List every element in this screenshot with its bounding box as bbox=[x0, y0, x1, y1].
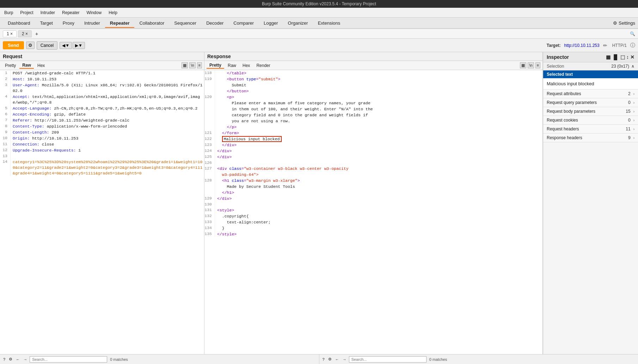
request-search-input[interactable] bbox=[30, 356, 107, 363]
req-gear-icon[interactable]: ⚙ bbox=[8, 357, 13, 362]
tab-sequencer[interactable]: Sequencer bbox=[169, 19, 201, 28]
resp-line-119c: </button> bbox=[204, 88, 542, 94]
menu-help[interactable]: Help bbox=[107, 10, 119, 16]
request-panel-icons: ▦ \n ≡ bbox=[182, 62, 202, 68]
tab-repeater[interactable]: Repeater bbox=[105, 19, 135, 28]
req-line-7: 7 Referer: http://10.10.11.253/weighted-… bbox=[0, 117, 204, 123]
inspector-icon-3[interactable]: ⬚ bbox=[620, 54, 625, 60]
target-label: Target: bbox=[547, 43, 561, 48]
menu-window[interactable]: Window bbox=[85, 10, 103, 16]
inspector-icon-4[interactable]: ↕ bbox=[626, 54, 629, 60]
tab-intruder[interactable]: Intruder bbox=[79, 19, 105, 28]
resp-line-135: 135 </style> bbox=[204, 231, 542, 237]
edit-target-icon[interactable]: ✏ bbox=[603, 43, 607, 48]
resp-icon-wrap[interactable]: \n bbox=[528, 62, 534, 68]
resp-icon-pretty[interactable]: ▦ bbox=[520, 62, 526, 68]
bottom-bars: ? ⚙ ← → 0 matches ? ⚙ ← → 0 matches bbox=[0, 354, 638, 364]
inspector-row-cookies[interactable]: Request cookies 0 › bbox=[543, 116, 638, 125]
tab-comparer[interactable]: Comparer bbox=[228, 19, 259, 28]
inspector-icon-2[interactable]: ▐▌ bbox=[612, 54, 619, 60]
req-tab-hex[interactable]: Hex bbox=[35, 63, 48, 68]
req-line-12: 12 Upgrade-Insecure-Requests: 1 bbox=[0, 147, 204, 153]
req-tab-pretty[interactable]: Pretty bbox=[2, 63, 19, 68]
tab-extensions[interactable]: Extensions bbox=[313, 19, 345, 28]
resp-line-122: 122 Malicious input blocked bbox=[204, 136, 542, 142]
response-search-input[interactable] bbox=[349, 356, 427, 363]
resp-next-icon[interactable]: → bbox=[342, 357, 348, 362]
req-line-10: 10 Origin: http://10.10.11.253 bbox=[0, 135, 204, 141]
title-text: Burp Suite Community Edition v2023.5.4 -… bbox=[262, 1, 376, 6]
send-button[interactable]: Send bbox=[3, 41, 24, 49]
menu-repeater[interactable]: Repeater bbox=[61, 10, 81, 16]
inspector-icon-1[interactable]: ▦ bbox=[606, 54, 611, 60]
req-cookies-label: Request cookies bbox=[547, 118, 628, 123]
nav-arrows: ◀▼ ▶▼ bbox=[60, 42, 85, 49]
resp-line-131: 131 <style> bbox=[204, 207, 542, 213]
resp-tab-raw[interactable]: Raw bbox=[225, 63, 239, 68]
inspector-row-query-params[interactable]: Request query parameters 0 › bbox=[543, 98, 638, 107]
request-panel-tabs: Pretty Raw Hex ▦ \n ≡ bbox=[0, 61, 204, 70]
req-line-2: 2 Host: 10.10.11.253 bbox=[0, 76, 204, 82]
title-bar: Burp Suite Community Edition v2023.5.4 -… bbox=[0, 0, 638, 8]
inspector-row-resp-headers[interactable]: Response headers 9 › bbox=[543, 134, 638, 142]
response-match-count: 0 matches bbox=[429, 357, 447, 362]
menu-burp[interactable]: Burp bbox=[3, 10, 14, 16]
inspector-title: Inspector bbox=[547, 54, 569, 60]
req-next-icon[interactable]: → bbox=[22, 357, 28, 362]
req-line-3: 3 User-Agent: Mozilla/5.0 (X11; Linux x8… bbox=[0, 82, 204, 94]
req-headers-count: 11 bbox=[626, 127, 630, 131]
sub-tab-1[interactable]: 1 × bbox=[3, 30, 17, 37]
request-title: Request bbox=[3, 54, 22, 59]
resp-line-129: 129 </div> bbox=[204, 196, 542, 202]
tab-proxy[interactable]: Proxy bbox=[58, 19, 79, 28]
tab-decoder[interactable]: Decoder bbox=[201, 19, 228, 28]
req-line-5: 5 Accept-Language: zh-CN,zh;q=0.8,zh-TW;… bbox=[0, 105, 204, 111]
next-button[interactable]: ▶▼ bbox=[73, 42, 85, 49]
resp-line-127: 127 <div class="w3-container w3-black w3… bbox=[204, 166, 542, 172]
tab-collaborator[interactable]: Collaborator bbox=[134, 19, 169, 28]
tab-search-icon[interactable]: 🔍 bbox=[630, 31, 635, 36]
resp-tab-render[interactable]: Render bbox=[253, 63, 273, 68]
req-icon-more[interactable]: ≡ bbox=[197, 62, 202, 68]
inspector-close-icon[interactable]: ✕ bbox=[630, 54, 634, 60]
resp-line-120: 120 <p> bbox=[204, 94, 542, 100]
request-code-area[interactable]: 1 POST /weighted-grade-calc HTTP/1.1 2 H… bbox=[0, 70, 204, 354]
req-line-1: 1 POST /weighted-grade-calc HTTP/1.1 bbox=[0, 70, 204, 76]
resp-tab-pretty[interactable]: Pretty bbox=[207, 62, 224, 69]
inspector-row-req-headers[interactable]: Request headers 11 › bbox=[543, 125, 638, 134]
gear-button[interactable]: ⚙ bbox=[26, 42, 35, 49]
req-prev-icon[interactable]: ← bbox=[15, 357, 21, 362]
response-code-area[interactable]: 118 </table> 119 <button type="submit"> … bbox=[204, 70, 542, 354]
tab-target[interactable]: Target bbox=[35, 19, 58, 28]
req-tab-raw[interactable]: Raw bbox=[19, 62, 34, 69]
http-settings-icon[interactable]: ⓘ bbox=[630, 42, 635, 49]
selection-chevron[interactable]: ∧ bbox=[631, 64, 634, 69]
resp-icon-more[interactable]: ≡ bbox=[535, 62, 540, 68]
resp-line-133: 133 text-align:center; bbox=[204, 219, 542, 225]
cancel-button[interactable]: Cancel bbox=[37, 41, 57, 50]
resp-gear-icon[interactable]: ⚙ bbox=[327, 357, 333, 362]
prev-button[interactable]: ◀▼ bbox=[60, 42, 72, 49]
inspector-row-request-attributes[interactable]: Request attributes 2 › bbox=[543, 90, 638, 98]
tab-logger[interactable]: Logger bbox=[259, 19, 283, 28]
sub-tab-2[interactable]: 2 × bbox=[18, 30, 32, 37]
req-icon-pretty[interactable]: ▦ bbox=[182, 62, 188, 68]
menu-project[interactable]: Project bbox=[19, 10, 35, 16]
main-content: Request Pretty Raw Hex ▦ \n ≡ 1 POST /we… bbox=[0, 52, 638, 354]
tab-dashboard[interactable]: Dashboard bbox=[3, 19, 35, 28]
resp-headers-count: 9 bbox=[628, 135, 631, 140]
resp-line-120c: in them out of 100, and their weight. En… bbox=[204, 106, 542, 112]
req-icon-wrap[interactable]: \n bbox=[189, 62, 195, 68]
nav-tabs: Dashboard Target Proxy Intruder Repeater… bbox=[0, 18, 638, 29]
inspector-row-body-params[interactable]: Request body parameters 15 › bbox=[543, 107, 638, 116]
target-url: http://10.10.11.253 bbox=[564, 43, 600, 48]
resp-tab-hex[interactable]: Hex bbox=[240, 63, 253, 68]
add-tab-button[interactable]: + bbox=[33, 31, 40, 37]
req-query-count: 0 bbox=[628, 100, 631, 105]
req-help-icon[interactable]: ? bbox=[2, 357, 6, 362]
tab-organizer[interactable]: Organizer bbox=[283, 19, 313, 28]
resp-prev-icon[interactable]: ← bbox=[334, 357, 340, 362]
settings-button[interactable]: ⚙ Settings bbox=[613, 20, 635, 26]
menu-intruder[interactable]: Intruder bbox=[39, 10, 56, 16]
resp-help-icon[interactable]: ? bbox=[321, 357, 326, 362]
